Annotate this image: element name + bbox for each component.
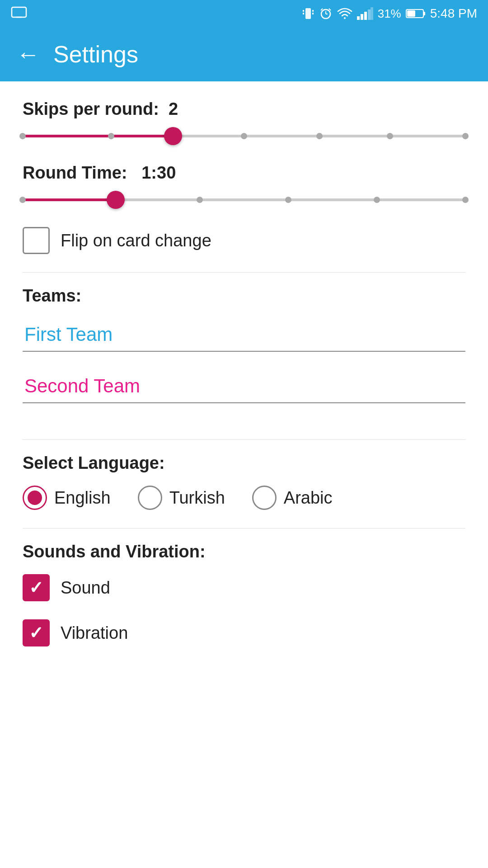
svg-rect-3 <box>303 10 304 12</box>
skips-dot-0 <box>19 133 26 139</box>
round-time-slider-fill <box>23 198 116 201</box>
first-team-input[interactable] <box>23 318 465 352</box>
round-time-dot-0 <box>19 197 26 203</box>
round-time-slider[interactable] <box>23 191 465 209</box>
round-time-dot-1 <box>197 197 203 203</box>
flip-checkbox-label: Flip on card change <box>61 231 211 250</box>
battery-percent: 31% <box>378 7 401 21</box>
round-time-dot-4 <box>462 197 469 203</box>
svg-rect-2 <box>305 8 311 19</box>
sounds-label: Sounds and Vibration: <box>23 542 465 561</box>
round-time-dot-2 <box>285 197 291 203</box>
status-icons: 31% 5:48 PM <box>302 6 477 21</box>
language-option-english[interactable]: English <box>23 486 111 510</box>
svg-rect-14 <box>364 12 367 20</box>
skips-slider-track <box>23 135 465 137</box>
radio-english[interactable] <box>23 486 47 510</box>
radio-turkish-label: Turkish <box>169 488 225 508</box>
page-title: Settings <box>53 41 138 68</box>
skips-label: Skips per round: 2 <box>23 99 465 119</box>
round-time-section: Round Time: 1:30 <box>23 163 465 209</box>
status-left-icon <box>11 4 27 24</box>
sounds-vibration-section: Sounds and Vibration: Sound Vibration <box>23 542 465 646</box>
select-language-section: Select Language: English Turkish Arabic <box>23 453 465 510</box>
skips-slider-thumb[interactable] <box>164 127 182 145</box>
teams-label: Teams: <box>23 286 465 306</box>
settings-content: Skips per round: 2 Round Time: 1:30 <box>0 81 488 868</box>
teams-section: Teams: <box>23 286 465 421</box>
second-team-input[interactable] <box>23 370 465 403</box>
vibration-label: Vibration <box>61 623 128 643</box>
svg-line-11 <box>329 9 331 10</box>
skips-dot-2 <box>241 133 247 139</box>
round-time-dot-3 <box>374 197 380 203</box>
svg-rect-5 <box>312 10 314 12</box>
round-time-slider-track <box>23 198 465 201</box>
sound-label: Sound <box>61 578 110 598</box>
radio-arabic-label: Arabic <box>284 488 333 508</box>
divider-2 <box>23 439 465 440</box>
language-option-arabic[interactable]: Arabic <box>252 486 333 510</box>
vibration-row[interactable]: Vibration <box>23 619 465 646</box>
skips-per-round-section: Skips per round: 2 <box>23 99 465 145</box>
svg-rect-18 <box>423 12 425 15</box>
back-button[interactable]: ← <box>16 41 40 68</box>
round-time-label: Round Time: 1:30 <box>23 163 465 183</box>
status-time: 5:48 PM <box>430 6 477 21</box>
divider-3 <box>23 528 465 528</box>
skips-dot-5 <box>462 133 469 139</box>
skips-dot-4 <box>387 133 393 139</box>
flip-on-card-change-row[interactable]: Flip on card change <box>23 227 465 254</box>
sound-checkbox[interactable] <box>23 574 50 601</box>
svg-rect-19 <box>407 10 415 17</box>
svg-rect-15 <box>368 9 371 20</box>
radio-arabic[interactable] <box>252 486 277 510</box>
header: ← Settings <box>0 27 488 81</box>
status-bar: 31% 5:48 PM <box>0 0 488 27</box>
language-options: English Turkish Arabic <box>23 486 465 510</box>
svg-rect-12 <box>357 16 360 20</box>
divider-1 <box>23 272 465 273</box>
skips-slider-fill <box>23 135 173 137</box>
svg-rect-13 <box>361 14 363 20</box>
radio-turkish[interactable] <box>138 486 162 510</box>
svg-rect-16 <box>371 7 373 20</box>
language-label: Select Language: <box>23 453 465 473</box>
radio-english-label: English <box>54 488 111 508</box>
vibration-checkbox[interactable] <box>23 619 50 646</box>
skips-slider[interactable] <box>23 127 465 145</box>
language-option-turkish[interactable]: Turkish <box>138 486 225 510</box>
svg-line-10 <box>321 9 323 10</box>
svg-rect-0 <box>12 7 26 17</box>
skips-dot-1 <box>108 133 114 139</box>
svg-rect-4 <box>303 13 304 14</box>
flip-checkbox[interactable] <box>23 227 50 254</box>
round-time-slider-thumb[interactable] <box>107 191 125 209</box>
svg-rect-6 <box>312 13 314 14</box>
skips-dot-3 <box>316 133 323 139</box>
sound-row[interactable]: Sound <box>23 574 465 601</box>
